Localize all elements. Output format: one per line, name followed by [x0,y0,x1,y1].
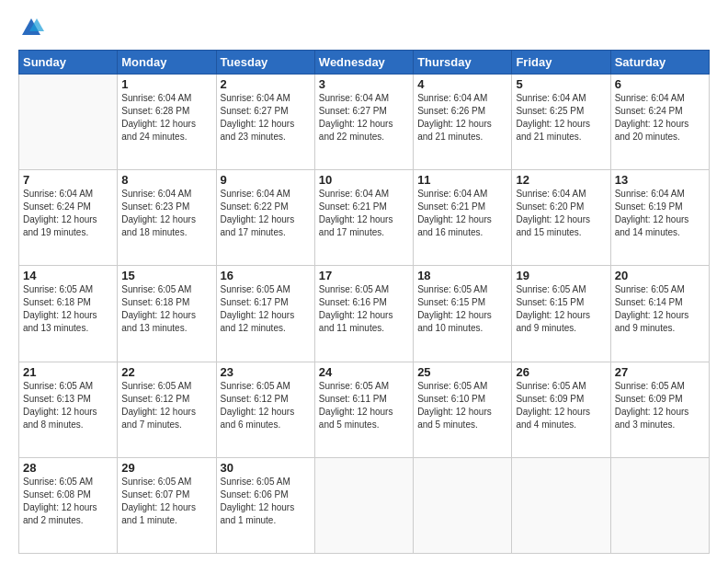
day-number: 3 [319,77,409,91]
day-info: Sunrise: 6:05 AM Sunset: 6:18 PM Dayligh… [121,283,211,335]
calendar-header-saturday: Saturday [610,51,709,75]
day-info: Sunrise: 6:05 AM Sunset: 6:15 PM Dayligh… [417,283,507,335]
calendar-week-3: 14Sunrise: 6:05 AM Sunset: 6:18 PM Dayli… [19,266,710,362]
calendar-header-monday: Monday [118,51,216,75]
calendar-cell: 7Sunrise: 6:04 AM Sunset: 6:24 PM Daylig… [19,170,118,266]
calendar-week-1: 1Sunrise: 6:04 AM Sunset: 6:28 PM Daylig… [19,75,710,170]
day-info: Sunrise: 6:04 AM Sunset: 6:25 PM Dayligh… [516,92,606,144]
day-number: 17 [319,269,409,282]
calendar-week-5: 28Sunrise: 6:05 AM Sunset: 6:08 PM Dayli… [19,457,710,553]
day-number: 18 [417,269,507,282]
day-info: Sunrise: 6:04 AM Sunset: 6:24 PM Dayligh… [23,188,113,239]
calendar-cell: 9Sunrise: 6:04 AM Sunset: 6:22 PM Daylig… [216,170,314,266]
day-number: 10 [319,173,409,187]
day-info: Sunrise: 6:04 AM Sunset: 6:27 PM Dayligh… [221,92,311,144]
day-number: 24 [319,365,409,379]
day-info: Sunrise: 6:04 AM Sunset: 6:23 PM Dayligh… [121,188,211,239]
day-info: Sunrise: 6:04 AM Sunset: 6:19 PM Dayligh… [615,188,705,239]
day-info: Sunrise: 6:05 AM Sunset: 6:16 PM Dayligh… [319,283,409,335]
calendar-week-2: 7Sunrise: 6:04 AM Sunset: 6:24 PM Daylig… [19,170,710,266]
day-number: 19 [516,269,606,282]
logo-icon [18,15,44,40]
calendar-cell [19,75,118,170]
calendar-cell: 4Sunrise: 6:04 AM Sunset: 6:26 PM Daylig… [414,75,512,170]
calendar-week-4: 21Sunrise: 6:05 AM Sunset: 6:13 PM Dayli… [19,362,710,457]
calendar-cell: 5Sunrise: 6:04 AM Sunset: 6:25 PM Daylig… [512,75,610,170]
day-number: 5 [516,77,606,91]
day-number: 30 [221,461,311,475]
day-number: 16 [221,269,311,282]
day-info: Sunrise: 6:05 AM Sunset: 6:12 PM Dayligh… [221,380,311,431]
day-number: 8 [121,173,211,187]
calendar-cell: 1Sunrise: 6:04 AM Sunset: 6:28 PM Daylig… [118,75,216,170]
day-info: Sunrise: 6:04 AM Sunset: 6:21 PM Dayligh… [319,188,409,239]
calendar-header-thursday: Thursday [414,51,512,75]
day-info: Sunrise: 6:04 AM Sunset: 6:21 PM Dayligh… [417,188,507,239]
day-info: Sunrise: 6:05 AM Sunset: 6:11 PM Dayligh… [319,380,409,431]
calendar-cell: 17Sunrise: 6:05 AM Sunset: 6:16 PM Dayli… [314,266,413,362]
calendar-cell [512,457,610,553]
day-info: Sunrise: 6:05 AM Sunset: 6:17 PM Dayligh… [221,283,311,335]
day-info: Sunrise: 6:05 AM Sunset: 6:14 PM Dayligh… [615,283,705,335]
calendar-header-tuesday: Tuesday [216,51,314,75]
day-number: 20 [615,269,705,282]
calendar-cell: 29Sunrise: 6:05 AM Sunset: 6:07 PM Dayli… [118,457,216,553]
day-number: 2 [221,77,311,91]
calendar-cell [414,457,512,553]
calendar-cell: 20Sunrise: 6:05 AM Sunset: 6:14 PM Dayli… [610,266,709,362]
calendar-cell: 21Sunrise: 6:05 AM Sunset: 6:13 PM Dayli… [19,362,118,457]
calendar-cell: 2Sunrise: 6:04 AM Sunset: 6:27 PM Daylig… [216,75,314,170]
calendar-cell: 10Sunrise: 6:04 AM Sunset: 6:21 PM Dayli… [314,170,413,266]
day-info: Sunrise: 6:05 AM Sunset: 6:09 PM Dayligh… [516,380,606,431]
day-number: 23 [221,365,311,379]
day-number: 4 [417,77,507,91]
day-number: 21 [23,365,113,379]
day-info: Sunrise: 6:05 AM Sunset: 6:18 PM Dayligh… [23,283,113,335]
day-info: Sunrise: 6:04 AM Sunset: 6:24 PM Dayligh… [615,92,705,144]
day-info: Sunrise: 6:05 AM Sunset: 6:08 PM Dayligh… [23,476,113,527]
calendar-cell: 19Sunrise: 6:05 AM Sunset: 6:15 PM Dayli… [512,266,610,362]
calendar-header-sunday: Sunday [19,51,118,75]
header [18,15,710,40]
day-info: Sunrise: 6:04 AM Sunset: 6:28 PM Dayligh… [121,92,211,144]
day-info: Sunrise: 6:05 AM Sunset: 6:13 PM Dayligh… [23,380,113,431]
day-info: Sunrise: 6:05 AM Sunset: 6:09 PM Dayligh… [615,380,705,431]
logo [18,15,48,40]
day-number: 11 [417,173,507,187]
calendar-cell: 26Sunrise: 6:05 AM Sunset: 6:09 PM Dayli… [512,362,610,457]
calendar-cell: 16Sunrise: 6:05 AM Sunset: 6:17 PM Dayli… [216,266,314,362]
calendar-cell: 28Sunrise: 6:05 AM Sunset: 6:08 PM Dayli… [19,457,118,553]
day-number: 25 [417,365,507,379]
day-number: 7 [23,173,113,187]
calendar-header-wednesday: Wednesday [314,51,413,75]
day-info: Sunrise: 6:05 AM Sunset: 6:10 PM Dayligh… [417,380,507,431]
calendar-header-row: SundayMondayTuesdayWednesdayThursdayFrid… [19,51,710,75]
day-number: 14 [23,269,113,282]
day-info: Sunrise: 6:05 AM Sunset: 6:12 PM Dayligh… [121,380,211,431]
day-info: Sunrise: 6:04 AM Sunset: 6:26 PM Dayligh… [417,92,507,144]
calendar-cell: 3Sunrise: 6:04 AM Sunset: 6:27 PM Daylig… [314,75,413,170]
calendar-cell: 18Sunrise: 6:05 AM Sunset: 6:15 PM Dayli… [414,266,512,362]
calendar-cell: 23Sunrise: 6:05 AM Sunset: 6:12 PM Dayli… [216,362,314,457]
calendar-cell: 25Sunrise: 6:05 AM Sunset: 6:10 PM Dayli… [414,362,512,457]
day-number: 27 [615,365,705,379]
day-info: Sunrise: 6:05 AM Sunset: 6:07 PM Dayligh… [121,476,211,527]
day-number: 29 [121,461,211,475]
calendar-header-friday: Friday [512,51,610,75]
calendar-cell: 8Sunrise: 6:04 AM Sunset: 6:23 PM Daylig… [118,170,216,266]
day-number: 13 [615,173,705,187]
calendar-cell: 24Sunrise: 6:05 AM Sunset: 6:11 PM Dayli… [314,362,413,457]
day-info: Sunrise: 6:04 AM Sunset: 6:22 PM Dayligh… [221,188,311,239]
calendar-cell: 22Sunrise: 6:05 AM Sunset: 6:12 PM Dayli… [118,362,216,457]
day-number: 26 [516,365,606,379]
calendar-cell: 11Sunrise: 6:04 AM Sunset: 6:21 PM Dayli… [414,170,512,266]
day-number: 1 [121,77,211,91]
calendar-cell: 15Sunrise: 6:05 AM Sunset: 6:18 PM Dayli… [118,266,216,362]
day-number: 28 [23,461,113,475]
day-info: Sunrise: 6:05 AM Sunset: 6:06 PM Dayligh… [221,476,311,527]
page: SundayMondayTuesdayWednesdayThursdayFrid… [0,0,728,563]
calendar-cell: 12Sunrise: 6:04 AM Sunset: 6:20 PM Dayli… [512,170,610,266]
calendar-cell [314,457,413,553]
day-number: 6 [615,77,705,91]
day-info: Sunrise: 6:04 AM Sunset: 6:20 PM Dayligh… [516,188,606,239]
